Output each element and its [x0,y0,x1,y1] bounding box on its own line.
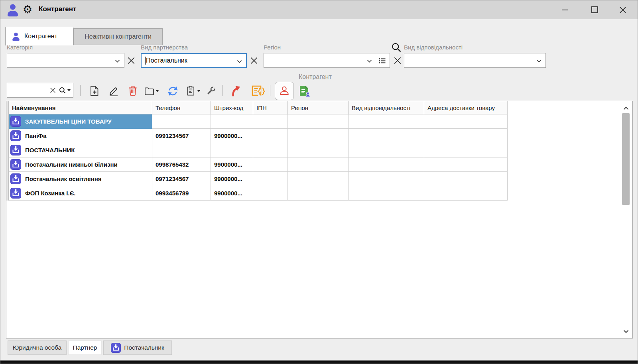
row-phone[interactable]: 0991234567 [152,129,211,143]
row-responsibility[interactable] [349,129,424,143]
row-barcode[interactable]: 9900000... [211,157,253,172]
chevron-down-icon[interactable] [536,59,542,63]
column-header-barcode[interactable]: Штрих-код [211,101,253,114]
table-row[interactable]: ФОП Козинка І.Є. 0993456789 9900000... [9,186,508,201]
table-header: Найменування Телефон Штрих-код ІПН Регіо… [9,101,508,114]
row-ipn[interactable] [253,143,288,157]
titlebar[interactable]: ⚙ Контрагент [0,0,638,19]
scrollbar-thumb[interactable] [622,113,630,205]
table-row[interactable]: ПаніФа 0991234567 9900000... [9,129,508,143]
refresh-button[interactable] [166,85,179,97]
scroll-down-button[interactable] [621,327,631,336]
row-region[interactable] [288,114,349,129]
row-address[interactable] [424,114,508,129]
row-region[interactable] [288,143,349,157]
responsibility-filter-combo[interactable] [404,53,546,68]
row-region[interactable] [288,157,349,172]
tab-legal-entity[interactable]: Юридична особа [8,340,67,355]
row-name: ПаніФа [25,132,47,139]
column-header-phone[interactable]: Телефон [152,101,211,114]
row-barcode[interactable] [211,143,253,157]
wrench-icon [205,85,217,96]
row-barcode[interactable]: 9900000... [211,172,253,186]
tab-partner[interactable]: Партнер [68,340,102,355]
column-header-name[interactable]: Найменування [9,101,152,114]
chevron-down-icon[interactable] [367,59,372,63]
person-card-button-active[interactable] [275,82,294,100]
row-address[interactable] [424,129,508,143]
close-button[interactable] [614,0,632,19]
row-address[interactable] [424,143,508,157]
clear-x-icon [127,56,136,65]
tab-inactive-kontragenty[interactable]: Неактивні контрагенти [73,28,163,45]
row-address[interactable] [424,172,508,186]
region-filter-label: Регіон [264,44,281,51]
scroll-up-button[interactable] [621,104,631,112]
delete-record-button[interactable] [126,85,139,97]
import-return-button[interactable] [229,85,242,97]
tab-kontragent[interactable]: Контрагент [5,27,73,45]
clear-search-icon[interactable] [49,87,56,94]
row-region[interactable] [288,172,349,186]
search-input[interactable] [10,87,49,94]
save-template-button[interactable] [250,85,266,97]
edit-record-button[interactable] [107,85,120,97]
row-barcode[interactable]: 9900000... [211,186,253,201]
column-header-region[interactable]: Регіон [288,101,349,114]
table-search-box[interactable] [7,83,73,98]
row-ipn[interactable] [253,129,288,143]
search-icon[interactable] [391,42,402,53]
row-phone[interactable]: 0998765432 [152,157,211,172]
column-header-responsibility[interactable]: Вид відповідальності [349,101,424,114]
maximize-button[interactable] [585,0,604,19]
column-header-ipn[interactable]: ІПН [253,101,288,114]
region-filter-combo[interactable] [264,53,390,68]
category-clear-button[interactable] [126,55,136,66]
clipboard-menu-button[interactable] [185,85,201,97]
search-icon[interactable] [59,87,67,94]
vertical-scrollbar[interactable] [621,102,631,337]
region-clear-button[interactable] [392,55,403,66]
row-region[interactable] [288,186,349,201]
row-ipn[interactable] [253,186,288,201]
row-responsibility[interactable] [349,172,424,186]
row-name-cell: Постачальник освітлення [9,172,152,186]
list-select-icon[interactable] [378,57,386,64]
row-address[interactable] [424,186,508,201]
partnership-filter-combo[interactable]: Постачальник [141,53,247,68]
row-ipn[interactable] [253,172,288,186]
category-filter-combo[interactable] [7,53,124,68]
row-region[interactable] [288,129,349,143]
add-record-button[interactable] [88,85,101,97]
row-responsibility[interactable] [349,157,424,172]
chevron-down-icon[interactable] [237,60,242,63]
row-responsibility[interactable] [349,114,424,129]
row-responsibility[interactable] [349,186,424,201]
row-phone[interactable]: 0993456789 [152,186,211,201]
table-panel: Найменування Телефон Штрих-код ІПН Регіо… [6,101,633,338]
chevron-down-icon[interactable] [115,59,120,63]
column-header-address[interactable]: Адреса доставки товару [424,101,508,114]
row-ipn[interactable] [253,157,288,172]
table-row[interactable]: Постачальник нижньої білизни 0998765432 … [9,157,508,172]
row-barcode[interactable] [211,114,253,129]
row-barcode[interactable]: 9900000... [211,129,253,143]
row-phone[interactable] [152,143,211,157]
close-icon [619,6,626,14]
document-person-button[interactable] [298,85,311,97]
table-row[interactable]: Постачальник освітлення 0971234567 99000… [9,172,508,186]
table-row[interactable]: ЗАКУПІВЕЛЬНІ ЦІНИ ТОВАРУ [9,114,508,129]
row-ipn[interactable] [253,114,288,129]
row-responsibility[interactable] [349,143,424,157]
settings-wrench-button[interactable] [205,85,217,97]
row-address[interactable] [424,157,508,172]
tab-supplier[interactable]: Постачальник [103,340,172,355]
row-phone[interactable] [152,114,211,129]
minimize-button[interactable] [555,0,574,19]
row-name: Постачальник нижньої білизни [25,161,118,168]
chevron-down-icon[interactable] [67,89,71,91]
partnership-clear-button[interactable] [249,55,259,66]
table-row[interactable]: ПОСТАЧАЛЬНИК [9,143,508,157]
folder-menu-button[interactable] [143,85,160,97]
row-phone[interactable]: 0971234567 [152,172,211,186]
